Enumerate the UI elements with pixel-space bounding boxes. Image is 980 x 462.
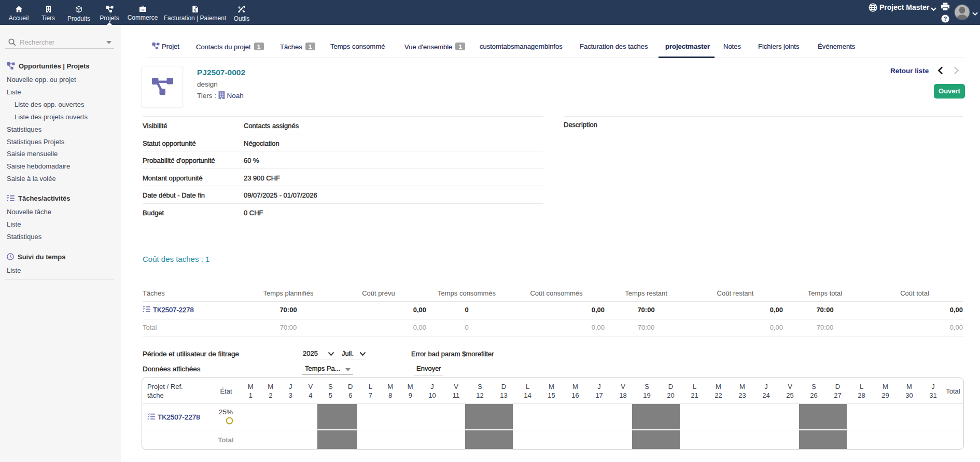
svg-text:?: ?: [944, 16, 947, 22]
